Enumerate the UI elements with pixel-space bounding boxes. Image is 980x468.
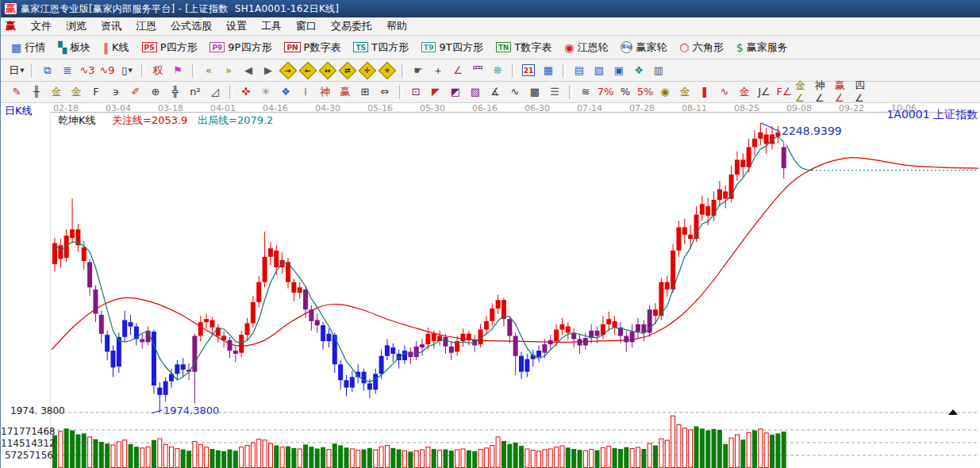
toolbar-t-number-table-button[interactable]: TNT数字表 — [492, 38, 556, 57]
tool-drag-hand-button[interactable]: ☛ — [409, 61, 428, 79]
tool-gann-web-button[interactable]: ✳ — [256, 83, 275, 102]
tool-calendar-button[interactable]: 21 — [519, 61, 538, 79]
tool-volume-profile-button[interactable]: ≋ — [576, 83, 595, 102]
tool-network-button[interactable]: ❖ — [629, 61, 648, 79]
tool-candle-style-button[interactable]: ▯▼ — [117, 61, 136, 79]
tool-hatch-button[interactable]: ☰ — [545, 83, 564, 102]
tool-gann-grid-web-button[interactable]: ❖ — [276, 83, 295, 102]
tool-angle-shen-button[interactable]: 神∠ — [814, 83, 833, 102]
tool-web-box-button[interactable]: ▨ — [466, 83, 485, 102]
toolbar-t-square-button[interactable]: TST四方形 — [349, 38, 413, 57]
tool-angle-tool-button[interactable]: ∠ — [448, 61, 467, 79]
menu-window[interactable]: 窗口 — [289, 18, 324, 33]
tool-density-lines-button[interactable]: ╬ — [166, 83, 185, 102]
title-bar[interactable]: 赢 赢家江恩专业版[赢家内部服务平台] - [上证指数 SH1A0001-162… — [1, 0, 980, 17]
tool-crosshair-button[interactable]: ＋ — [429, 61, 448, 79]
toolbar-quotes-button[interactable]: ▦行情 — [7, 38, 49, 57]
toolbar-p-square-button[interactable]: PSP四方形 — [138, 38, 202, 57]
tool-zoom-compress-left-button[interactable]: ← — [298, 61, 317, 79]
tool-percent-7-button[interactable]: 7% — [596, 83, 615, 102]
toolbar-9t-square-button[interactable]: T99T四方形 — [417, 38, 487, 57]
tool-gold-circle-button[interactable]: ◉ — [655, 83, 674, 102]
tool-wave-3-button[interactable]: ∿3 — [78, 61, 97, 79]
tool-percent-5-button[interactable]: 5% — [636, 83, 655, 102]
tool-jump-first-button[interactable]: « — [199, 61, 218, 79]
toolbar-winner-wheel-button[interactable]: Big赢家轮 — [617, 38, 671, 57]
tool-grid-dense-button[interactable]: ▩ — [525, 83, 544, 102]
menu-file[interactable]: 文件 — [24, 18, 59, 33]
period-label[interactable]: 日K线 — [5, 104, 33, 118]
tool-percent-button[interactable]: % — [616, 83, 635, 102]
tool-spiral-button[interactable]: ϶ — [106, 83, 125, 102]
toolbar-hexagon-button[interactable]: ⬡六角形 — [675, 38, 727, 57]
tool-golden-section-time-button[interactable]: 金 — [67, 83, 86, 102]
tool-draw-brush-button[interactable]: ✎ — [7, 83, 26, 102]
tool-data-table-button[interactable]: ▤ — [570, 61, 589, 79]
menu-gann[interactable]: 江恩 — [129, 18, 163, 33]
tool-print-button[interactable]: ▥ — [649, 61, 668, 79]
tool-info-list-button[interactable]: ≣ — [58, 61, 77, 79]
tool-jump-last-button[interactable]: » — [219, 61, 238, 79]
scroll-up-indicator[interactable] — [948, 409, 958, 415]
tool-fan-lines-button[interactable]: ∡ — [486, 83, 505, 102]
tool-golden-section-price-button[interactable]: 金 — [47, 83, 66, 102]
tool-angle-f-button[interactable]: F∠ — [774, 83, 794, 102]
tool-notes-button[interactable]: ▧ — [590, 61, 609, 79]
tool-analysis-web-button[interactable]: ❊ — [488, 61, 507, 79]
toolbar-sectors-button[interactable]: ▚板块 — [54, 38, 94, 57]
menu-browse[interactable]: 浏览 — [59, 18, 94, 33]
tool-candle-edit-button[interactable]: ❚ — [695, 83, 714, 102]
tool-number-grid-button[interactable]: ⊞ — [355, 83, 375, 102]
tool-fibonacci-lines-button[interactable]: F — [86, 83, 106, 102]
gann-compass-icon: ✜ — [242, 86, 251, 98]
tool-wave-tool-button[interactable]: ∿ — [505, 83, 525, 102]
menu-news[interactable]: 资讯 — [94, 18, 129, 33]
tool-zoom-compress-right-button[interactable]: → — [279, 61, 298, 79]
tool-draw-pen-button[interactable]: ✐ — [126, 83, 145, 102]
tool-grid-lines-button[interactable]: ╫ — [27, 83, 46, 102]
tool-gold-line-button[interactable]: 金 — [735, 83, 754, 102]
menu-help[interactable]: 帮助 — [379, 18, 414, 33]
tool-angle-four-button[interactable]: 四∠ — [854, 83, 873, 102]
tool-gann-compass-button[interactable]: ✜ — [236, 83, 256, 102]
menu-tools[interactable]: 工具 — [254, 18, 289, 33]
tool-zoom-expand-h-button[interactable]: ↔ — [318, 61, 337, 79]
tool-wave-9-button[interactable]: ∿9 — [98, 61, 117, 79]
toolbar-9p-square-button[interactable]: P99P四方形 — [206, 38, 275, 57]
toolbar-gann-wheel-button[interactable]: ◉江恩轮 — [560, 38, 612, 57]
tool-zoom-compress-all-button[interactable]: ✳ — [378, 61, 397, 79]
price-volume-chart[interactable] — [1, 103, 980, 468]
tool-color-flag-button[interactable]: ⚑ — [168, 61, 187, 79]
tool-angle-win-button[interactable]: 赢∠ — [834, 83, 853, 102]
tool-zoom-expand-all-button[interactable]: ✛ — [358, 61, 377, 79]
toolbar-p-number-table-button[interactable]: PNP数字表 — [280, 38, 344, 57]
tool-rect-box-button[interactable]: ⊡ — [406, 83, 425, 102]
tool-shen-grid-button[interactable]: 神 — [316, 83, 335, 102]
tool-angle-ruler-button[interactable]: ◿ — [206, 83, 225, 102]
tool-window-layout-button[interactable]: ⧉ — [38, 61, 57, 79]
tool-ray-fan-button[interactable]: ◤ — [426, 83, 445, 102]
toolbar-winner-service-button[interactable]: $赢家服务 — [732, 38, 792, 57]
tool-angle-gold-button[interactable]: 金∠ — [794, 83, 813, 102]
tool-save-button[interactable]: ▣ — [609, 61, 628, 79]
tool-time-marks-button[interactable]: ⁞ — [296, 83, 315, 102]
tool-wave-red-button[interactable]: ∿ — [715, 83, 734, 102]
tool-gold-bars-button[interactable]: 金 — [675, 83, 694, 102]
tool-zoom-swap-button[interactable]: ⇄ — [338, 61, 357, 79]
tool-n-square-button[interactable]: n² — [186, 83, 205, 102]
tool-prev-bar-button[interactable]: ◀ — [239, 61, 258, 79]
tool-win-grid-button[interactable]: 赢 — [336, 83, 355, 102]
menu-formula-stock-pick[interactable]: 公式选股 — [163, 18, 219, 33]
tool-grid-tool-button[interactable]: 罒 — [468, 61, 487, 79]
tool-next-bar-button[interactable]: ▶ — [259, 61, 278, 79]
menu-settings[interactable]: 设置 — [219, 18, 254, 33]
tool-adjust-rights-button[interactable]: 权 — [148, 61, 167, 79]
tool-period-selector-button[interactable]: 日▼ — [7, 61, 26, 79]
tool-span-arrows-button[interactable]: ⇔ — [375, 83, 394, 102]
tool-box-fan-button[interactable]: ◩ — [446, 83, 465, 102]
tool-calculator-button[interactable]: ▦ — [539, 61, 558, 79]
tool-cycle-circle-button[interactable]: ⊕ — [146, 83, 165, 102]
tool-angle-j-button[interactable]: J∠ — [755, 83, 774, 102]
toolbar-kline-button[interactable]: ‖K线 — [99, 38, 133, 57]
menu-trade-entrust[interactable]: 交易委托 — [324, 18, 379, 33]
